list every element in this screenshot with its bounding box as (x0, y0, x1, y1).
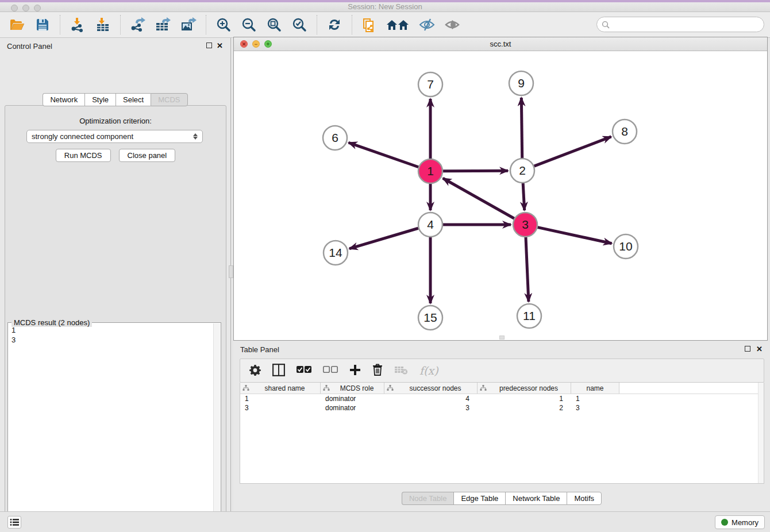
tab-motifs[interactable]: Motifs (567, 492, 602, 505)
cell-MCDS-role[interactable]: dominator (321, 394, 384, 403)
edge-2-8[interactable] (534, 137, 611, 166)
node-label-11: 11 (523, 309, 536, 322)
optimization-criterion-label: Optimization criterion: (5, 117, 226, 125)
cell-predecessor-nodes[interactable]: 1 (478, 394, 571, 403)
node-label-7: 7 (427, 78, 434, 91)
column-layout-icon[interactable] (272, 364, 285, 378)
copy-network-icon[interactable] (360, 16, 379, 34)
export-image-icon[interactable] (179, 16, 198, 34)
import-network-icon[interactable] (68, 16, 87, 34)
show-panel-eye-icon[interactable] (443, 16, 461, 34)
memory-button[interactable]: Memory (715, 515, 765, 529)
network-window-title: scc.txt (234, 40, 767, 48)
close-panel-icon[interactable]: ✕ (217, 41, 223, 50)
network-view-window: ✕ − + scc.txt 7968124314101511 (233, 37, 768, 341)
float-panel-icon[interactable] (206, 43, 212, 48)
hide-panel-eye-icon[interactable] (418, 16, 436, 34)
column-header-predecessor-nodes[interactable]: predecessor nodes (478, 383, 571, 394)
tab-select[interactable]: Select (116, 93, 151, 106)
deselect-all-icon[interactable] (323, 366, 338, 375)
zoom-in-icon[interactable] (214, 16, 233, 34)
delete-table-icon[interactable] (394, 365, 408, 377)
export-table-icon[interactable] (154, 16, 172, 34)
select-all-icon[interactable] (297, 366, 311, 375)
table-panel-title: Table Panel (240, 345, 279, 354)
cell-successor-nodes[interactable]: 4 (384, 394, 478, 403)
select-stepper-icon (193, 133, 198, 140)
optimization-criterion-select[interactable]: strongly connected component (26, 130, 203, 143)
edge-3-10[interactable] (537, 228, 611, 244)
memory-label: Memory (732, 518, 759, 527)
search-input[interactable] (610, 21, 764, 29)
zoom-fit-icon[interactable] (265, 16, 283, 34)
cell-shared-name[interactable]: 3 (240, 403, 321, 413)
edge-2-3[interactable] (523, 183, 525, 210)
table-scrollbar[interactable] (758, 383, 764, 483)
node-label-4: 4 (427, 218, 434, 231)
status-bar: Memory (0, 511, 770, 532)
global-search-field[interactable] (596, 17, 764, 32)
main-toolbar (0, 12, 770, 38)
list-icon (10, 518, 19, 526)
task-history-button[interactable] (7, 516, 21, 529)
open-folder-icon[interactable] (8, 16, 26, 34)
column-header-name[interactable]: name (571, 383, 619, 394)
home-layout-icon[interactable] (386, 16, 411, 34)
network-canvas[interactable]: 7968124314101511 (234, 51, 767, 337)
tab-edge-table[interactable]: Edge Table (453, 492, 505, 505)
tab-node-table[interactable]: Node Table (402, 492, 454, 505)
tab-mcds[interactable]: MCDS (151, 93, 187, 106)
table-float-icon[interactable] (745, 346, 750, 352)
cell-MCDS-role[interactable]: dominator (321, 403, 384, 413)
split-pane-grip[interactable] (499, 336, 505, 340)
node-label-2: 2 (519, 164, 526, 177)
edge-4-14[interactable] (349, 228, 418, 249)
node-label-1: 1 (427, 164, 434, 178)
column-header-MCDS-role[interactable]: MCDS role (321, 383, 384, 394)
edge-2-9[interactable] (521, 98, 522, 158)
delete-column-icon[interactable] (372, 364, 383, 377)
network-graph[interactable]: 7968124314101511 (234, 51, 767, 337)
table-header-row: shared nameMCDS rolesuccessor nodesprede… (240, 383, 764, 394)
table-close-icon[interactable]: ✕ (756, 345, 763, 353)
save-session-icon[interactable] (33, 16, 52, 34)
control-panel: Control Panel ✕ NetworkStyleSelectMCDS O… (0, 38, 231, 511)
refresh-icon[interactable] (325, 16, 344, 34)
tab-style[interactable]: Style (84, 93, 116, 106)
result-scrollbar[interactable] (213, 323, 220, 532)
run-mcds-button[interactable]: Run MCDS (56, 149, 111, 162)
cell-successor-nodes[interactable]: 3 (384, 403, 478, 413)
zoom-selected-icon[interactable] (290, 16, 309, 34)
column-header-shared-name[interactable]: shared name (240, 383, 321, 394)
cell-name[interactable]: 3 (571, 403, 619, 413)
cell-name[interactable]: 1 (571, 394, 619, 403)
function-builder-icon[interactable]: f(x) (419, 364, 438, 377)
table-row[interactable]: 1dominator411 (240, 394, 764, 403)
edge-3-11[interactable] (526, 237, 529, 302)
edge-3-1[interactable] (443, 178, 514, 218)
node-label-15: 15 (424, 311, 437, 324)
table-settings-gear-icon[interactable] (249, 364, 261, 377)
zoom-out-icon[interactable] (240, 16, 258, 34)
cell-shared-name[interactable]: 1 (240, 394, 321, 403)
close-panel-button[interactable]: Close panel (119, 149, 176, 162)
tab-network[interactable]: Network (43, 93, 84, 106)
table-tabs: Node TableEdge TableNetwork TableMotifs (233, 492, 770, 505)
table-toolbar: f(x) (240, 358, 764, 383)
window-titlebar: Session: New Session (0, 0, 770, 12)
column-header-successor-nodes[interactable]: successor nodes (384, 383, 478, 394)
mcds-panel: Optimization criterion: strongly connect… (5, 105, 226, 532)
panel-splitter-handle[interactable] (229, 265, 233, 278)
cell-predecessor-nodes[interactable]: 2 (478, 403, 571, 413)
node-label-14: 14 (329, 246, 342, 259)
edge-1-2[interactable] (443, 171, 508, 171)
import-table-icon[interactable] (94, 16, 112, 34)
mcds-result-list[interactable]: 1 3 (9, 325, 213, 532)
edge-1-6[interactable] (349, 142, 419, 167)
add-column-icon[interactable] (349, 364, 361, 377)
table-panel: Table Panel ✕ f(x) shared nameMCDS roles… (233, 341, 770, 511)
table-row[interactable]: 3dominator323 (240, 403, 764, 413)
network-window-titlebar[interactable]: ✕ − + scc.txt (234, 37, 767, 51)
tab-network-table[interactable]: Network Table (505, 492, 567, 505)
export-network-icon[interactable] (129, 16, 147, 34)
